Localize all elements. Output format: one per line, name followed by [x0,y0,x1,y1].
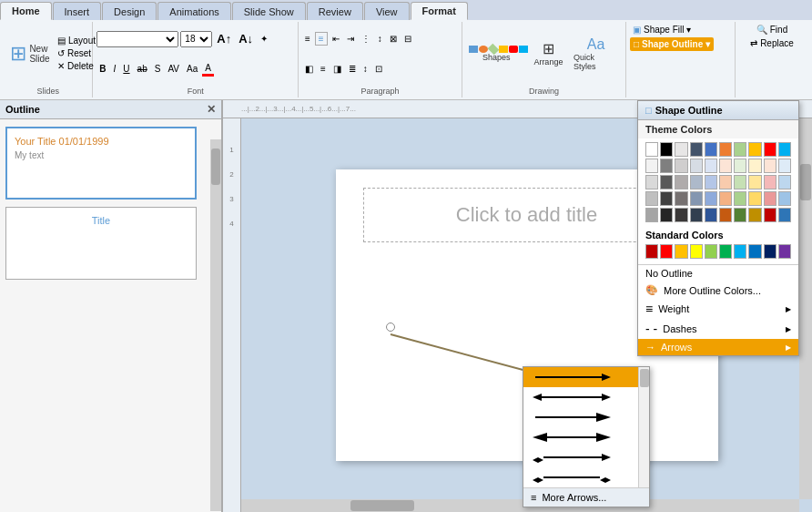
tc-4-7[interactable] [748,208,761,222]
dashes-item[interactable]: - - Dashes ▶ [638,319,798,339]
theme-color-0-8[interactable] [764,142,776,157]
text-direction-button[interactable]: ↕ [375,32,385,46]
arrow-option-4[interactable] [523,427,649,447]
tc-3-5[interactable] [719,191,732,206]
arrow-option-1[interactable] [523,367,649,387]
font-family-select[interactable] [96,31,178,47]
theme-color-0-7[interactable] [748,142,761,157]
theme-color-0-0[interactable] [645,142,658,157]
more-outline-colors-item[interactable]: 🎨 More Outline Colors... [638,282,798,299]
spacing-options-button[interactable]: ⊡ [372,63,385,75]
weight-item[interactable]: ≡ Weight ▶ [638,299,798,319]
char-spacing-button[interactable]: AV [165,63,182,75]
new-slide-button[interactable]: ⊞ New Slide [7,40,53,67]
shape-outline-button[interactable]: □ Shape Outline ▾ [630,37,714,51]
tc-4-6[interactable] [734,208,746,222]
tc-4-1[interactable] [660,208,673,222]
tab-insert[interactable]: Insert [53,2,102,20]
strikethrough-button[interactable]: ab [135,63,150,75]
no-outline-item[interactable]: No Outline [638,265,798,282]
find-button[interactable]: 🔍 Find [754,24,790,36]
sc-8[interactable] [764,244,776,259]
more-arrows-button[interactable]: ≡ More Arrows... [523,487,649,507]
tc-1-8[interactable] [764,159,776,173]
tc-4-9[interactable] [778,208,791,222]
theme-color-0-3[interactable] [690,142,703,157]
tab-review[interactable]: Review [307,2,363,20]
increase-indent-button[interactable]: ⇥ [344,32,357,46]
shadow-button[interactable]: S [152,63,164,75]
clear-format-button[interactable]: ✦ [258,33,270,45]
sc-4[interactable] [705,244,717,259]
tc-3-6[interactable] [734,191,746,206]
tc-4-8[interactable] [764,208,776,222]
tc-4-5[interactable] [719,208,732,222]
quick-styles-button[interactable]: Aa Quick Styles [570,35,622,73]
bullets-button[interactable]: ≡ [302,32,313,46]
tc-4-2[interactable] [675,208,687,222]
tc-4-4[interactable] [705,208,717,222]
change-case-button[interactable]: Aa [184,63,200,75]
slide-area[interactable]: ...|...2...|...3...|...4...|...5...|...6… [223,100,812,512]
tab-view[interactable]: View [364,2,410,20]
arrows-item[interactable]: → Arrows ▶ [638,339,798,355]
align-left-button[interactable]: ◧ [302,63,316,75]
tc-2-8[interactable] [764,175,776,189]
align-right-button[interactable]: ◨ [330,63,344,75]
theme-color-0-2[interactable] [675,142,687,157]
tc-1-0[interactable] [645,159,658,173]
tc-2-5[interactable] [719,175,732,189]
tc-1-7[interactable] [748,159,761,173]
tc-1-2[interactable] [675,159,687,173]
sc-6[interactable] [734,244,746,259]
tc-3-7[interactable] [748,191,761,206]
tc-2-0[interactable] [645,175,658,189]
sc-1[interactable] [660,244,673,259]
tc-3-9[interactable] [778,191,791,206]
tc-1-6[interactable] [734,159,746,173]
decrease-indent-button[interactable]: ⇤ [330,32,342,46]
theme-color-0-4[interactable] [705,142,717,157]
tc-3-1[interactable] [660,191,673,206]
shapes-button[interactable]: Shapes [466,44,527,64]
tc-1-5[interactable] [719,159,732,173]
increase-font-button[interactable]: A↑ [214,31,234,46]
align-center-button[interactable]: ≡ [318,63,329,75]
tc-3-4[interactable] [705,191,717,206]
arrow-option-2[interactable] [523,387,649,407]
tc-2-2[interactable] [675,175,687,189]
tc-2-1[interactable] [660,175,673,189]
smart-art-button[interactable]: ⊟ [401,32,414,46]
replace-button[interactable]: ⇄ Replace [747,37,797,49]
sc-5[interactable] [719,244,732,259]
underline-button[interactable]: U [120,63,132,75]
slide-thumb-2[interactable]: Title [5,207,197,280]
sc-3[interactable] [690,244,703,259]
tab-home[interactable]: Home [0,2,52,20]
tc-3-3[interactable] [690,191,703,206]
italic-button[interactable]: I [111,63,119,75]
tab-format[interactable]: Format [411,2,468,20]
sc-7[interactable] [748,244,761,259]
tc-1-4[interactable] [705,159,717,173]
tc-2-9[interactable] [778,175,791,189]
numbering-button[interactable]: ≡ [315,32,328,46]
line-spacing-button[interactable]: ↕ [360,63,370,75]
tc-4-3[interactable] [690,208,703,222]
align-text-button[interactable]: ⊠ [387,32,400,46]
vertical-scrollbar[interactable] [799,118,812,499]
tc-4-0[interactable] [645,208,658,222]
tc-1-1[interactable] [660,159,673,173]
tab-design[interactable]: Design [102,2,157,20]
arrow-option-6[interactable] [523,467,649,487]
outline-close-button[interactable]: ✕ [207,103,216,116]
horizontal-scrollbar[interactable] [241,499,799,512]
decrease-font-button[interactable]: A↓ [236,31,256,46]
column-button[interactable]: ⋮ [359,32,373,46]
outline-scrollbar[interactable] [210,139,221,511]
tc-2-3[interactable] [690,175,703,189]
arrange-button[interactable]: ⊞ Arrange [531,38,566,68]
tc-3-2[interactable] [675,191,687,206]
shape-fill-button[interactable]: ▣ Shape Fill ▾ [630,24,694,36]
bold-button[interactable]: B [96,63,108,75]
